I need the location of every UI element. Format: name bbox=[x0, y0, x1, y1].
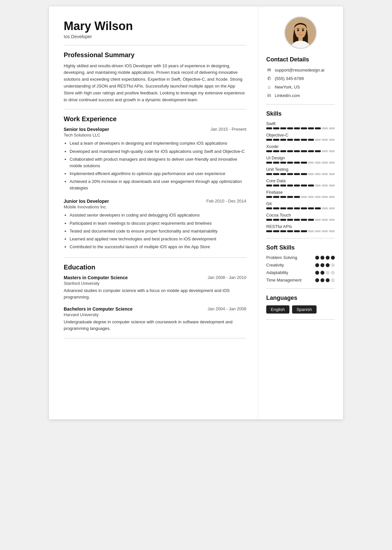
skill-bar-segment bbox=[329, 196, 335, 198]
edu-desc-2: Undergraduate degree in computer science… bbox=[64, 319, 246, 332]
job-header-2: Junior Ios Developer Feb 2010 - Dec 2014 bbox=[64, 199, 246, 204]
skill-bar-segment bbox=[287, 219, 293, 221]
skill-name: Xcode bbox=[266, 144, 335, 149]
soft-skill-item: Creativity bbox=[266, 263, 335, 267]
job-title-1: Senior Ios Developer bbox=[64, 127, 109, 132]
contact-linkedin: in LinkedIn.com bbox=[266, 92, 335, 98]
skill-bar-segment bbox=[294, 196, 300, 198]
dot bbox=[315, 263, 319, 267]
left-column: Mary Wilson Ios Developer Professional S… bbox=[49, 7, 258, 419]
location-icon: ⌂ bbox=[266, 84, 272, 90]
skill-bar bbox=[266, 162, 335, 164]
skill-bar-segment bbox=[287, 173, 293, 175]
skill-bar-segment bbox=[280, 162, 286, 164]
soft-skill-name: Time Management bbox=[266, 278, 302, 283]
soft-skill-dots bbox=[315, 278, 335, 282]
soft-skill-item: Time Management bbox=[266, 278, 335, 283]
svg-point-5 bbox=[297, 29, 299, 31]
edu-dates-1: Jan 2008 - Jan 2010 bbox=[207, 275, 246, 280]
edu-degree-1: Masters in Computer Science bbox=[64, 275, 128, 280]
skill-name: Git bbox=[266, 201, 335, 206]
skill-bar-segment bbox=[273, 162, 279, 164]
bullet: Learned and applied new technologies and… bbox=[70, 236, 246, 242]
edu-degree-2: Bachelors in Computer Science bbox=[64, 306, 133, 312]
skill-bar-segment bbox=[266, 185, 272, 186]
job-item-1: Senior Ios Developer Jan 2015 - Present … bbox=[64, 127, 246, 191]
education-section: Education Masters in Computer Science Ja… bbox=[64, 264, 246, 332]
skill-bar-segment bbox=[287, 162, 293, 164]
skill-bar-segment bbox=[315, 196, 321, 198]
skill-bar-segment bbox=[322, 162, 328, 164]
dot bbox=[326, 263, 330, 267]
dot bbox=[320, 256, 324, 260]
skill-bar-segment bbox=[301, 207, 307, 209]
soft-skill-dots bbox=[315, 271, 335, 275]
skill-bar-segment bbox=[273, 185, 279, 186]
soft-skill-dots bbox=[315, 263, 335, 267]
job-dates-1: Jan 2015 - Present bbox=[210, 127, 246, 132]
linkedin-text: LinkedIn.com bbox=[275, 93, 300, 98]
candidate-name: Mary Wilson bbox=[64, 20, 246, 33]
skill-bar-segment bbox=[266, 207, 272, 209]
skill-bar bbox=[266, 230, 335, 232]
skill-item: Xcode bbox=[266, 144, 335, 152]
skill-name: RESTful APIs bbox=[266, 224, 335, 229]
skill-bar-segment bbox=[280, 230, 286, 232]
skill-bar-segment bbox=[329, 127, 335, 129]
skill-bar-segment bbox=[322, 173, 328, 175]
email-text: support@resumedesign.ai bbox=[275, 68, 324, 73]
edu-school-2: Harvard University bbox=[64, 312, 246, 317]
languages-title: Languages bbox=[266, 295, 335, 301]
bullet: Participated in team meetings to discuss… bbox=[70, 220, 246, 227]
summary-title: Professional Summary bbox=[64, 51, 246, 59]
soft-skill-dots bbox=[315, 256, 335, 260]
soft-skill-item: Adaptability bbox=[266, 270, 335, 275]
lang-divider bbox=[266, 319, 335, 320]
dot bbox=[326, 278, 330, 282]
avatar-image bbox=[285, 16, 316, 49]
avatar-container bbox=[266, 16, 335, 49]
skill-bar-segment bbox=[301, 173, 307, 175]
soft-skill-name: Creativity bbox=[266, 263, 284, 267]
skill-bar-segment bbox=[266, 196, 272, 198]
skill-name: Cocoa Touch bbox=[266, 213, 335, 218]
skill-item: RESTful APIs bbox=[266, 224, 335, 232]
language-badges: EnglishSpanish bbox=[266, 305, 335, 314]
edu-header-2: Bachelors in Computer Science Jan 2004 -… bbox=[64, 306, 246, 312]
work-divider bbox=[64, 257, 246, 258]
skill-bar-segment bbox=[322, 219, 328, 221]
bullet: Tested and documented code to ensure pro… bbox=[70, 228, 246, 235]
skill-bar-segment bbox=[273, 230, 279, 232]
skill-bar-segment bbox=[329, 173, 335, 175]
skill-bar-segment bbox=[315, 150, 321, 152]
skill-bar-segment bbox=[287, 196, 293, 198]
skill-bar-segment bbox=[273, 173, 279, 175]
skill-bar-segment bbox=[329, 230, 335, 232]
contact-email: ✉ support@resumedesign.ai bbox=[266, 67, 335, 73]
skill-bar-segment bbox=[273, 139, 279, 141]
skill-bar-segment bbox=[294, 150, 300, 152]
email-icon: ✉ bbox=[266, 67, 272, 73]
skill-bar-segment bbox=[273, 127, 279, 129]
edu-desc-1: Advanced studies in computer science wit… bbox=[64, 287, 246, 300]
edu-item-2: Bachelors in Computer Science Jan 2004 -… bbox=[64, 306, 246, 332]
skill-bar-segment bbox=[308, 139, 314, 141]
skill-bar-segment bbox=[301, 219, 307, 221]
right-column: Contact Details ✉ support@resumedesign.a… bbox=[258, 7, 343, 419]
avatar bbox=[284, 16, 317, 49]
skill-bar-segment bbox=[273, 196, 279, 198]
skill-bar-segment bbox=[322, 150, 328, 152]
soft-skill-item: Problem Solving bbox=[266, 255, 335, 260]
skill-item: Git bbox=[266, 201, 335, 209]
skill-item: Unit Testing bbox=[266, 167, 335, 175]
svg-point-6 bbox=[302, 29, 304, 31]
bullet: Lead a team of developers in designing a… bbox=[70, 140, 246, 147]
education-title: Education bbox=[64, 264, 246, 271]
skill-bar-segment bbox=[308, 207, 314, 209]
skill-name: Core Data bbox=[266, 178, 335, 183]
skill-bar-segment bbox=[308, 150, 314, 152]
dot bbox=[320, 278, 324, 282]
skill-bar-segment bbox=[287, 139, 293, 141]
bullet: Achieved a 20% increase in app downloads… bbox=[70, 178, 246, 191]
skill-bar-segment bbox=[301, 230, 307, 232]
